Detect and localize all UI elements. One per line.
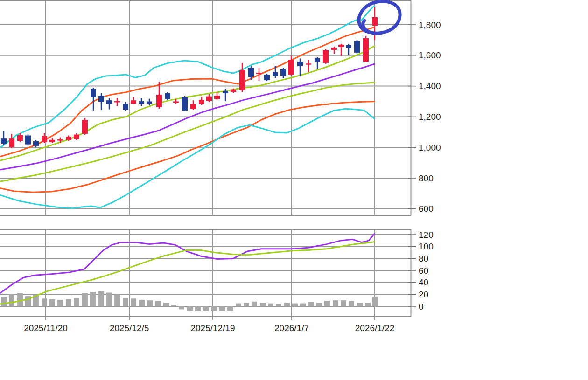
- main-y-tick-label: 1,800: [419, 20, 441, 30]
- candle: [199, 97, 204, 105]
- candle: [323, 49, 329, 64]
- candle-body: [139, 101, 144, 104]
- histogram-bar: [49, 299, 55, 306]
- histogram-bar: [187, 306, 193, 311]
- histogram-bar: [284, 303, 290, 306]
- candle-body: [206, 97, 212, 101]
- candle-body: [264, 75, 270, 80]
- histogram-bar: [300, 304, 306, 306]
- sub-y-tick-label: 80: [419, 254, 428, 263]
- candles-group: [1, 7, 378, 148]
- candle-body: [190, 104, 196, 109]
- sub-indicator-group: [0, 234, 378, 311]
- bollinger-plus3sigma-line: [0, 6, 375, 148]
- histogram-bar: [252, 302, 257, 306]
- x-axis-date-label: 2025/12/19: [190, 323, 235, 333]
- histogram-bar: [1, 297, 7, 306]
- candle-body: [214, 96, 220, 99]
- candle-body: [165, 93, 170, 99]
- candle-body: [25, 136, 31, 145]
- histogram-bar: [316, 303, 322, 306]
- candle: [123, 102, 128, 111]
- histogram-bar: [211, 306, 217, 311]
- candle: [49, 138, 55, 143]
- candle: [139, 98, 144, 106]
- x-axis-date-label: 2025/12/5: [110, 323, 149, 333]
- histogram-bar: [139, 300, 145, 306]
- histogram-bar: [82, 293, 88, 306]
- candle: [306, 60, 311, 72]
- oscillator-purple-line: [0, 234, 375, 293]
- candle-body: [123, 104, 128, 110]
- histogram-bar: [74, 298, 79, 306]
- sub-y-tick-label: 60: [419, 266, 428, 276]
- candle-body: [248, 68, 254, 77]
- candle-body: [114, 101, 120, 103]
- candle-body: [57, 139, 63, 141]
- main-y-tick-label: 600: [419, 204, 434, 214]
- candle-body: [223, 91, 228, 93]
- candle: [354, 40, 360, 54]
- histogram-bar: [163, 303, 169, 306]
- candle: [147, 99, 152, 105]
- histogram-bar: [155, 301, 161, 306]
- histogram-bar: [260, 303, 266, 306]
- candle-body: [199, 100, 204, 104]
- candle: [1, 131, 7, 145]
- candle-body: [354, 41, 360, 53]
- candle-body: [288, 60, 294, 75]
- candle-body: [239, 70, 245, 90]
- candle-body: [315, 58, 320, 62]
- candle: [9, 134, 14, 148]
- candle-body: [280, 69, 286, 76]
- candle-body: [363, 38, 369, 62]
- histogram-bar: [203, 306, 209, 311]
- stock-chart-svg: 1,8001,6001,4001,2001,000800600120100806…: [0, 0, 588, 380]
- sub-y-tick-label: 40: [419, 277, 428, 287]
- histogram-bar: [349, 301, 354, 306]
- candle: [331, 47, 337, 54]
- candle: [74, 133, 79, 140]
- histogram-bar: [42, 298, 47, 306]
- candle: [280, 68, 286, 78]
- candle: [98, 93, 104, 110]
- bollinger-plus2sigma-line: [0, 27, 375, 157]
- histogram-bar: [292, 304, 298, 306]
- histogram-bar: [227, 306, 233, 311]
- candle-body: [42, 136, 47, 142]
- candle: [315, 57, 320, 69]
- candle-body: [49, 140, 55, 142]
- candle-body: [91, 89, 96, 97]
- histogram-bar: [236, 304, 241, 306]
- candle: [264, 74, 270, 81]
- histogram-bar: [372, 297, 378, 306]
- candle-body: [1, 138, 7, 144]
- candle: [25, 134, 31, 145]
- candle-body: [131, 100, 136, 104]
- candle: [131, 97, 136, 104]
- annotation-group: [359, 1, 400, 33]
- bollinger-minus2sigma-line: [0, 102, 375, 193]
- candle-body: [372, 17, 378, 26]
- candle: [338, 44, 344, 56]
- candle: [372, 7, 378, 40]
- histogram-bar: [244, 303, 249, 306]
- candle-body: [231, 90, 236, 92]
- hand-drawn-circle-annotation: [359, 1, 400, 33]
- histogram-bar: [57, 300, 63, 306]
- histogram-bar: [114, 294, 120, 306]
- candle-body: [346, 45, 351, 48]
- histogram-bar: [219, 306, 225, 311]
- candle: [106, 98, 112, 109]
- candle-body: [173, 102, 179, 103]
- candle-body: [323, 50, 329, 63]
- histogram-bar: [308, 302, 314, 306]
- histogram-bar: [333, 300, 338, 306]
- candle: [346, 44, 351, 55]
- histogram-bar: [341, 300, 346, 306]
- candle: [182, 96, 188, 111]
- histogram-bar: [106, 292, 112, 306]
- candle-body: [273, 72, 278, 76]
- x-axis-date-label: 2026/1/7: [274, 323, 309, 333]
- sub-y-tick-label: 120: [419, 230, 434, 240]
